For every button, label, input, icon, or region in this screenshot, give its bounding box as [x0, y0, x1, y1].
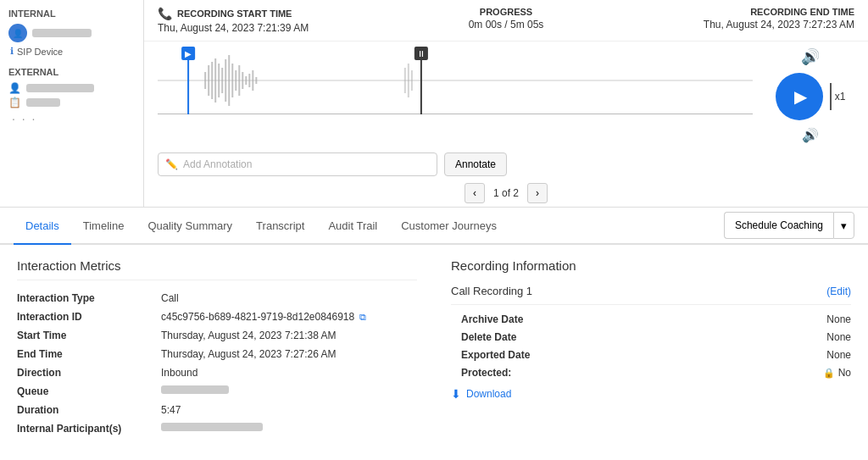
tab-customer-journeys[interactable]: Customer Journeys [389, 208, 509, 245]
svg-rect-16 [255, 77, 257, 84]
svg-rect-10 [235, 70, 236, 91]
internal-section: INTERNAL 👤 ℹ SIP Device [8, 8, 135, 57]
progress-label: PROGRESS [344, 7, 668, 17]
recording-end: RECORDING END TIME Thu, August 24, 2023 … [668, 7, 854, 30]
main-layout: INTERNAL 👤 ℹ SIP Device EXTERNAL 👤 📋 [0, 0, 868, 460]
schedule-coaching-chevron[interactable]: ▾ [833, 212, 854, 239]
speed-label: x1 [835, 91, 846, 103]
annotation-row: ✏️ Add Annotation Annotate [144, 147, 868, 180]
metrics-section: Interaction Metrics Interaction Type Cal… [17, 258, 417, 446]
tab-timeline[interactable]: Timeline [71, 208, 136, 245]
ext-avatar-icon: 👤 [8, 82, 21, 94]
exported-date-key: Exported Date [461, 349, 530, 361]
annotation-placeholder: Add Annotation [183, 158, 252, 170]
playback-controls: 🔊 ▶ x1 🔊 [753, 47, 854, 144]
recording-start-value: Thu, August 24, 2023 7:21:39 AM [158, 22, 344, 34]
svg-rect-11 [238, 65, 240, 96]
ext-row-2: 📋 [8, 97, 135, 108]
ext-dots: · · · [12, 112, 135, 125]
internal-avatar: 👤 [8, 24, 27, 42]
copy-id-icon[interactable]: ⧉ [359, 312, 366, 323]
schedule-coaching-button[interactable]: Schedule Coaching [724, 212, 833, 239]
protected-row: Protected: 🔒 No [451, 367, 851, 379]
volume-low-icon[interactable]: 🔊 [802, 127, 819, 143]
svg-text:▶: ▶ [185, 49, 192, 58]
pencil-icon: ✏️ [165, 158, 178, 170]
left-panel: INTERNAL 👤 ℹ SIP Device EXTERNAL 👤 📋 [0, 0, 144, 207]
progress-value: 0m 00s / 5m 05s [344, 19, 668, 30]
metric-internal-participants: Internal Participant(s) [17, 423, 417, 435]
svg-rect-4 [214, 58, 216, 103]
waveform-container[interactable]: ▶ ⏸ [158, 47, 753, 144]
external-section: EXTERNAL 👤 📋 · · · [8, 67, 135, 125]
recording-header: 📞 RECORDING START TIME Thu, August 24, 2… [144, 0, 868, 42]
svg-rect-1 [204, 72, 206, 89]
info-icon: ℹ [10, 46, 14, 57]
internal-name-bar [32, 29, 92, 37]
waveform-area: ▶ ⏸ 🔊 ▶ [144, 42, 868, 147]
archive-date-row: Archive Date None [451, 313, 851, 325]
ext-name-bar-1 [26, 84, 94, 92]
metric-direction: Direction Inbound [17, 367, 417, 379]
tabs-bar: Details Timeline Quality Summary Transcr… [0, 208, 868, 245]
waveform-svg: ▶ ⏸ [158, 47, 753, 114]
svg-rect-6 [221, 68, 223, 93]
svg-rect-15 [252, 70, 253, 91]
recording-progress: PROGRESS 0m 00s / 5m 05s [344, 7, 668, 30]
edit-link[interactable]: (Edit) [826, 285, 851, 297]
phone-icon: 📞 [158, 7, 172, 20]
download-label: Download [466, 388, 511, 400]
svg-rect-9 [231, 64, 233, 97]
svg-rect-3 [211, 62, 213, 99]
metric-start-time: Start Time Thursday, August 24, 2023 7:2… [17, 330, 417, 341]
sip-info-row: ℹ SIP Device [10, 46, 135, 57]
queue-bar [161, 385, 229, 394]
chevron-down-icon: ▾ [841, 219, 847, 232]
prev-page-button[interactable]: ‹ [465, 183, 485, 203]
next-page-button[interactable]: › [527, 183, 548, 203]
play-button[interactable]: ▶ [776, 73, 823, 120]
metrics-title: Interaction Metrics [17, 258, 417, 280]
metric-duration: Duration 5:47 [17, 404, 417, 416]
archive-date-key: Archive Date [461, 313, 523, 325]
svg-rect-2 [208, 65, 209, 96]
metric-interaction-type: Interaction Type Call [17, 292, 417, 304]
svg-rect-13 [245, 76, 247, 85]
svg-rect-14 [248, 74, 250, 87]
volume-high-icon[interactable]: 🔊 [801, 47, 820, 66]
metric-end-time: End Time Thursday, August 24, 2023 7:27:… [17, 348, 417, 360]
top-section: INTERNAL 👤 ℹ SIP Device EXTERNAL 👤 📋 [0, 0, 868, 208]
pagination-row: ‹ 1 of 2 › [144, 180, 868, 207]
tab-details[interactable]: Details [14, 208, 71, 245]
waveform-track[interactable]: ▶ ⏸ [158, 47, 753, 114]
tab-transcript[interactable]: Transcript [244, 208, 316, 245]
svg-rect-19 [411, 70, 413, 91]
tab-quality-summary[interactable]: Quality Summary [136, 208, 244, 245]
delete-date-val: None [826, 331, 851, 343]
speed-line [830, 83, 832, 110]
recording-end-label: RECORDING END TIME [668, 7, 854, 17]
external-label: EXTERNAL [8, 67, 135, 77]
download-icon: ⬇ [451, 387, 461, 401]
delete-date-key: Delete Date [461, 331, 516, 343]
exported-date-row: Exported Date None [451, 349, 851, 361]
protected-key: Protected: [461, 367, 511, 379]
download-link[interactable]: ⬇ Download [451, 387, 851, 401]
participants-bar [161, 423, 263, 431]
metric-interaction-id: Interaction ID c45c9756-b689-4821-9719-8… [17, 311, 417, 323]
internal-participant-row: 👤 [8, 24, 135, 42]
exported-date-val: None [826, 349, 851, 361]
delete-date-row: Delete Date None [451, 331, 851, 343]
recording-start: 📞 RECORDING START TIME Thu, August 24, 2… [158, 7, 344, 34]
recording-info-title: Recording Information [451, 258, 851, 273]
ext-copy-icon: 📋 [8, 97, 21, 108]
annotate-button[interactable]: Annotate [444, 152, 507, 176]
internal-label: INTERNAL [8, 8, 135, 19]
tab-audit-trail[interactable]: Audit Trail [316, 208, 389, 245]
annotation-input-wrapper[interactable]: ✏️ Add Annotation [158, 152, 437, 176]
speed-control: x1 [830, 83, 846, 110]
page-info: 1 of 2 [493, 187, 519, 199]
svg-text:⏸: ⏸ [417, 49, 426, 58]
svg-rect-12 [242, 72, 243, 89]
recording-start-label: 📞 RECORDING START TIME [158, 7, 344, 20]
